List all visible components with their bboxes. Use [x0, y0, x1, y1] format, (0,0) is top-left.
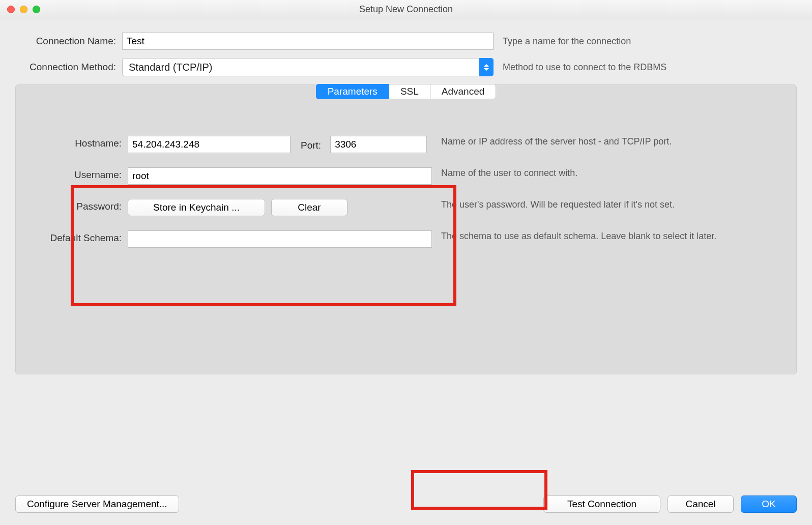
connection-name-label: Connection Name: [15, 36, 122, 47]
connection-method-label: Connection Method: [15, 62, 122, 73]
tab-advanced[interactable]: Advanced [430, 84, 497, 99]
tab-ssl[interactable]: SSL [389, 84, 430, 99]
hostname-label: Hostname: [26, 136, 128, 149]
default-schema-hint: The schema to use as default schema. Lea… [432, 230, 786, 242]
connection-method-value: Standard (TCP/IP) [122, 58, 494, 76]
ok-button[interactable]: OK [741, 495, 797, 513]
window-title: Setup New Connection [0, 4, 812, 15]
store-in-keychain-button[interactable]: Store in Keychain ... [128, 199, 265, 216]
minimize-icon[interactable] [20, 6, 27, 13]
connection-name-hint: Type a name for the connection [494, 36, 797, 47]
username-label: Username: [26, 167, 128, 181]
hostname-input[interactable] [128, 136, 291, 153]
annotation-highlight-box [411, 470, 547, 510]
dialog-footer: Configure Server Management... Test Conn… [0, 495, 812, 513]
close-icon[interactable] [7, 6, 15, 13]
maximize-icon[interactable] [33, 6, 40, 13]
password-label: Password: [26, 199, 128, 212]
connection-method-hint: Method to use to connect to the RDBMS [494, 62, 797, 73]
password-hint: The user's password. Will be requested l… [432, 199, 786, 211]
default-schema-input[interactable] [128, 230, 432, 248]
parameters-panel: Parameters SSL Advanced Hostname: Port: … [15, 84, 797, 374]
default-schema-label: Default Schema: [0, 230, 128, 244]
window-titlebar: Setup New Connection [0, 0, 812, 19]
configure-server-management-button[interactable]: Configure Server Management... [15, 495, 179, 513]
connection-name-input[interactable] [122, 33, 494, 50]
hostname-hint: Name or IP address of the server host - … [432, 136, 786, 148]
tab-bar: Parameters SSL Advanced [26, 84, 786, 99]
chevron-updown-icon [479, 58, 494, 76]
port-label: Port: [297, 138, 324, 151]
cancel-button[interactable]: Cancel [668, 495, 734, 513]
tab-parameters[interactable]: Parameters [316, 84, 389, 99]
connection-method-select[interactable]: Standard (TCP/IP) [122, 58, 494, 76]
username-input[interactable] [128, 167, 432, 185]
clear-password-button[interactable]: Clear [271, 199, 347, 216]
window-controls [7, 6, 40, 13]
port-input[interactable] [330, 136, 427, 153]
username-hint: Name of the user to connect with. [432, 167, 786, 179]
test-connection-button[interactable]: Test Connection [543, 495, 660, 513]
